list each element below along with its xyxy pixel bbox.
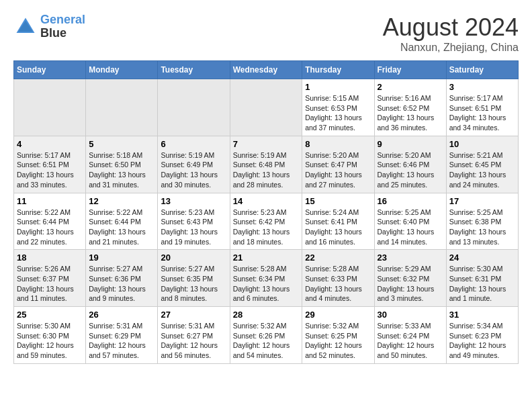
day-number: 11 [17,196,83,206]
day-number: 19 [89,253,154,263]
day-number: 9 [378,139,443,149]
day-content: Sunrise: 5:20 AMSunset: 6:46 PMDaylight:… [378,150,443,190]
calendar-cell: 21Sunrise: 5:28 AMSunset: 6:34 PMDayligh… [230,250,302,307]
calendar-cell: 4Sunrise: 5:17 AMSunset: 6:51 PMDaylight… [14,136,86,193]
calendar-cell: 1Sunrise: 5:15 AMSunset: 6:53 PMDaylight… [302,79,374,136]
calendar-cell [158,79,230,136]
calendar-cell: 28Sunrise: 5:32 AMSunset: 6:26 PMDayligh… [230,307,302,364]
day-content: Sunrise: 5:23 AMSunset: 6:43 PMDaylight:… [161,208,226,247]
calendar-cell: 18Sunrise: 5:26 AMSunset: 6:37 PMDayligh… [14,250,86,307]
day-content: Sunrise: 5:17 AMSunset: 6:51 PMDaylight:… [17,150,83,190]
day-content: Sunrise: 5:19 AMSunset: 6:48 PMDaylight:… [233,150,300,190]
calendar-cell: 22Sunrise: 5:28 AMSunset: 6:33 PMDayligh… [302,250,374,307]
month-title: August 2024 [383,13,519,42]
day-number: 6 [161,139,226,149]
day-number: 23 [378,253,443,263]
calendar-table: SundayMondayTuesdayWednesdayThursdayFrid… [13,60,519,364]
header-friday: Friday [374,61,446,79]
day-content: Sunrise: 5:19 AMSunset: 6:49 PMDaylight:… [161,150,226,190]
day-content: Sunrise: 5:23 AMSunset: 6:42 PMDaylight:… [233,208,300,247]
calendar-cell: 29Sunrise: 5:32 AMSunset: 6:25 PMDayligh… [302,307,374,364]
day-content: Sunrise: 5:22 AMSunset: 6:44 PMDaylight:… [89,208,154,247]
week-row-2: 4Sunrise: 5:17 AMSunset: 6:51 PMDaylight… [14,136,519,193]
calendar-cell: 5Sunrise: 5:18 AMSunset: 6:50 PMDaylight… [86,136,158,193]
day-number: 4 [17,139,83,149]
day-number: 25 [17,310,83,320]
calendar-cell: 27Sunrise: 5:31 AMSunset: 6:27 PMDayligh… [158,307,230,364]
day-content: Sunrise: 5:32 AMSunset: 6:26 PMDaylight:… [233,321,300,361]
day-content: Sunrise: 5:33 AMSunset: 6:24 PMDaylight:… [378,321,443,361]
day-content: Sunrise: 5:31 AMSunset: 6:27 PMDaylight:… [161,321,226,361]
header-monday: Monday [86,61,158,79]
day-number: 12 [89,196,154,206]
day-number: 17 [449,196,515,206]
day-number: 27 [161,310,226,320]
day-number: 31 [449,310,515,320]
day-content: Sunrise: 5:29 AMSunset: 6:32 PMDaylight:… [378,264,443,304]
day-content: Sunrise: 5:15 AMSunset: 6:53 PMDaylight:… [305,93,371,133]
day-number: 29 [305,310,371,320]
day-content: Sunrise: 5:21 AMSunset: 6:45 PMDaylight:… [449,150,515,190]
header-tuesday: Tuesday [158,61,230,79]
week-row-3: 11Sunrise: 5:22 AMSunset: 6:44 PMDayligh… [14,193,519,250]
title-block: August 2024 Nanxun, Zhejiang, China [383,13,519,54]
calendar-cell: 31Sunrise: 5:34 AMSunset: 6:23 PMDayligh… [446,307,518,364]
day-number: 18 [17,253,83,263]
calendar-cell: 20Sunrise: 5:27 AMSunset: 6:35 PMDayligh… [158,250,230,307]
day-content: Sunrise: 5:31 AMSunset: 6:29 PMDaylight:… [89,321,154,361]
day-content: Sunrise: 5:27 AMSunset: 6:35 PMDaylight:… [161,264,226,304]
calendar-cell: 14Sunrise: 5:23 AMSunset: 6:42 PMDayligh… [230,193,302,250]
calendar-cell: 7Sunrise: 5:19 AMSunset: 6:48 PMDaylight… [230,136,302,193]
calendar-cell: 2Sunrise: 5:16 AMSunset: 6:52 PMDaylight… [374,79,446,136]
day-number: 28 [233,310,300,320]
calendar-cell: 13Sunrise: 5:23 AMSunset: 6:43 PMDayligh… [158,193,230,250]
calendar-cell: 8Sunrise: 5:20 AMSunset: 6:47 PMDaylight… [302,136,374,193]
day-number: 16 [378,196,443,206]
calendar-cell [86,79,158,136]
day-number: 2 [378,82,443,92]
day-number: 5 [89,139,154,149]
day-number: 30 [378,310,443,320]
day-content: Sunrise: 5:24 AMSunset: 6:41 PMDaylight:… [305,208,371,247]
logo-icon [13,15,38,39]
calendar-cell: 11Sunrise: 5:22 AMSunset: 6:44 PMDayligh… [14,193,86,250]
calendar-body: 1Sunrise: 5:15 AMSunset: 6:53 PMDaylight… [14,79,519,364]
day-number: 26 [89,310,154,320]
logo: General Blue [13,13,85,40]
calendar-cell: 9Sunrise: 5:20 AMSunset: 6:46 PMDaylight… [374,136,446,193]
day-number: 3 [449,82,515,92]
page-header: General Blue August 2024 Nanxun, Zhejian… [13,13,519,54]
calendar-cell: 3Sunrise: 5:17 AMSunset: 6:51 PMDaylight… [446,79,518,136]
header-saturday: Saturday [446,61,518,79]
day-content: Sunrise: 5:16 AMSunset: 6:52 PMDaylight:… [378,93,443,133]
day-content: Sunrise: 5:26 AMSunset: 6:37 PMDaylight:… [17,264,83,304]
calendar-cell: 30Sunrise: 5:33 AMSunset: 6:24 PMDayligh… [374,307,446,364]
day-number: 15 [305,196,371,206]
day-number: 10 [449,139,515,149]
day-content: Sunrise: 5:30 AMSunset: 6:30 PMDaylight:… [17,321,83,361]
calendar-cell [14,79,86,136]
day-content: Sunrise: 5:28 AMSunset: 6:34 PMDaylight:… [233,264,300,304]
day-number: 24 [449,253,515,263]
day-content: Sunrise: 5:32 AMSunset: 6:25 PMDaylight:… [305,321,371,361]
day-number: 7 [233,139,300,149]
location-subtitle: Nanxun, Zhejiang, China [383,42,519,54]
calendar-cell [230,79,302,136]
day-content: Sunrise: 5:18 AMSunset: 6:50 PMDaylight:… [89,150,154,190]
header-thursday: Thursday [302,61,374,79]
day-content: Sunrise: 5:25 AMSunset: 6:38 PMDaylight:… [449,208,515,247]
calendar-cell: 15Sunrise: 5:24 AMSunset: 6:41 PMDayligh… [302,193,374,250]
day-number: 13 [161,196,226,206]
day-content: Sunrise: 5:25 AMSunset: 6:40 PMDaylight:… [378,208,443,247]
week-row-4: 18Sunrise: 5:26 AMSunset: 6:37 PMDayligh… [14,250,519,307]
header-sunday: Sunday [14,61,86,79]
day-content: Sunrise: 5:20 AMSunset: 6:47 PMDaylight:… [305,150,371,190]
header-wednesday: Wednesday [230,61,302,79]
calendar-cell: 16Sunrise: 5:25 AMSunset: 6:40 PMDayligh… [374,193,446,250]
day-number: 22 [305,253,371,263]
header-row: SundayMondayTuesdayWednesdayThursdayFrid… [14,61,519,79]
calendar-cell: 26Sunrise: 5:31 AMSunset: 6:29 PMDayligh… [86,307,158,364]
calendar-cell: 6Sunrise: 5:19 AMSunset: 6:49 PMDaylight… [158,136,230,193]
calendar-cell: 17Sunrise: 5:25 AMSunset: 6:38 PMDayligh… [446,193,518,250]
day-content: Sunrise: 5:17 AMSunset: 6:51 PMDaylight:… [449,93,515,133]
